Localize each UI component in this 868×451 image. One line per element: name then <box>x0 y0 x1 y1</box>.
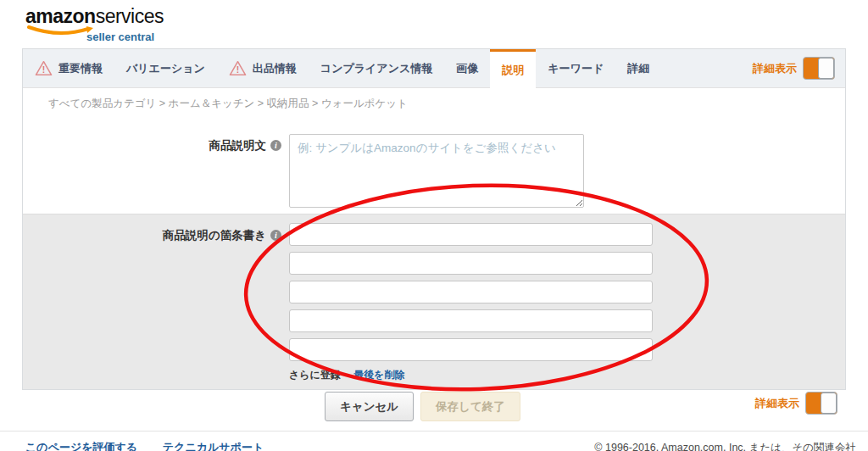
bullets-label: 商品説明の箇条書き <box>163 229 266 242</box>
tab-label: キーワード <box>548 61 604 76</box>
copyright-text: © 1996-2016, Amazon.com, Inc. または、その関連会社 <box>594 441 856 451</box>
description-label-col: 商品説明文i <box>23 134 281 208</box>
advanced-view-control-bottom: 詳細表示 <box>755 392 837 415</box>
advanced-view-label: 詳細表示 <box>755 396 799 411</box>
footer-links: このページを評価する テクニカルサポート <box>25 440 286 451</box>
tab-images[interactable]: 画像 <box>444 49 490 87</box>
remove-last-link[interactable]: 最後を削除 <box>353 369 404 381</box>
tab-offer[interactable]: ! 出品情報 <box>217 49 309 87</box>
bullet-inputs <box>289 223 653 367</box>
bullet-links-row: さらに登録 最後を削除 <box>289 367 845 387</box>
footer-divider <box>0 431 868 432</box>
tab-label: 詳細 <box>627 61 649 76</box>
toggle-knob <box>818 58 834 79</box>
support-link[interactable]: テクニカルサポート <box>163 441 264 451</box>
tab-label: 画像 <box>456 61 478 76</box>
tab-description[interactable]: 説明 <box>490 49 536 88</box>
tab-more-details[interactable]: 詳細 <box>615 49 661 87</box>
bullet-input-3[interactable] <box>289 281 653 303</box>
tab-compliance[interactable]: コンプライアンス情報 <box>309 49 444 87</box>
bullets-label-col: 商品説明の箇条書きi <box>23 223 281 367</box>
warning-icon: ! <box>35 60 53 76</box>
bullet-input-4[interactable] <box>289 309 653 332</box>
info-icon[interactable]: i <box>270 140 281 151</box>
info-icon[interactable]: i <box>270 230 281 241</box>
advanced-view-toggle[interactable] <box>803 57 835 80</box>
cancel-button[interactable]: キャンセル <box>325 392 414 421</box>
amazon-smile-icon <box>27 25 93 37</box>
breadcrumb-row: すべての製品カテゴリ > ホーム＆キッチン > 収納用品 > ウォールポケット <box>23 88 845 120</box>
toggle-knob <box>821 393 837 414</box>
seller-central-text: seller central <box>86 31 154 43</box>
bullet-input-1[interactable] <box>289 223 653 246</box>
bullet-points-section: 商品説明の箇条書きi さらに登録 最後を削除 <box>23 214 845 389</box>
advanced-view-control-top: 詳細表示 <box>753 49 845 87</box>
amazon-services-logo: amazonservices seller central <box>25 5 195 46</box>
listing-editor-panel: ! 重要情報 バリエーション ! 出品情報 コンプライアンス情報 画像 説明 キ… <box>22 48 846 390</box>
description-section: 商品説明文i <box>23 120 845 214</box>
tab-label: バリエーション <box>126 61 205 76</box>
rate-page-link[interactable]: このページを評価する <box>25 441 137 451</box>
tab-bar: ! 重要情報 バリエーション ! 出品情報 コンプライアンス情報 画像 説明 キ… <box>23 49 845 88</box>
svg-text:!: ! <box>236 65 239 75</box>
save-and-finish-button[interactable]: 保存して終了 <box>420 392 520 421</box>
advanced-view-label: 詳細表示 <box>753 61 797 76</box>
logo-amazon-text: amazon <box>25 5 96 27</box>
advanced-view-toggle[interactable] <box>805 392 837 415</box>
tab-label: 重要情報 <box>58 61 103 76</box>
warning-icon: ! <box>229 60 247 76</box>
tab-variations[interactable]: バリエーション <box>114 49 217 87</box>
description-label: 商品説明文 <box>209 139 267 152</box>
svg-text:!: ! <box>42 65 45 75</box>
action-buttons: キャンセル 保存して終了 <box>325 392 520 421</box>
tab-keywords[interactable]: キーワード <box>536 49 615 87</box>
breadcrumb: すべての製品カテゴリ > ホーム＆キッチン > 収納用品 > ウォールポケット <box>48 97 408 111</box>
tab-label: コンプライアンス情報 <box>320 61 432 76</box>
tab-label: 出品情報 <box>253 61 297 76</box>
description-textarea[interactable] <box>289 134 584 208</box>
bullet-input-2[interactable] <box>289 252 653 275</box>
tab-label: 説明 <box>502 63 524 78</box>
logo-services-text: services <box>96 5 164 27</box>
tab-vital-info[interactable]: ! 重要情報 <box>23 49 114 87</box>
bullet-input-5[interactable] <box>289 338 653 361</box>
add-more-link[interactable]: さらに登録 <box>289 369 341 381</box>
